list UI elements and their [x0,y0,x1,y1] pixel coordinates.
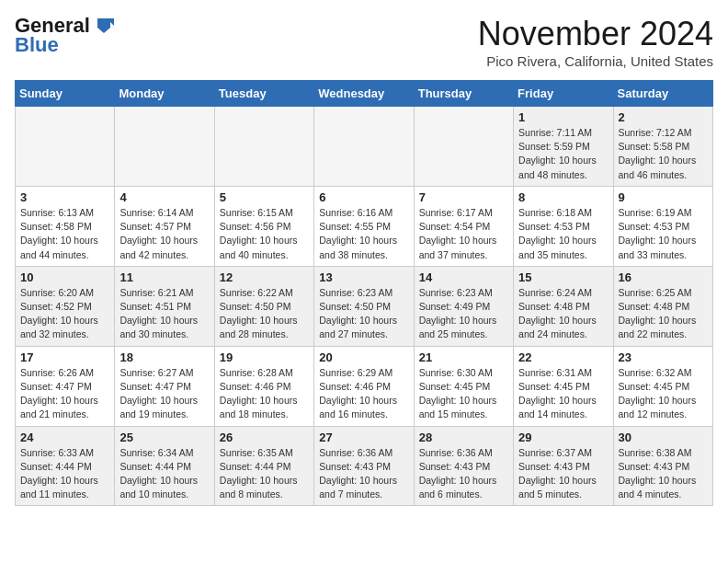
weekday-header-thursday: Thursday [414,81,513,107]
day-number: 27 [319,431,408,444]
day-number: 14 [419,270,508,284]
day-info: Sunrise: 6:15 AM Sunset: 4:56 PM Dayligh… [220,206,309,262]
day-number: 18 [119,350,209,364]
day-number: 23 [619,350,708,364]
calendar-cell: 29Sunrise: 6:37 AM Sunset: 4:43 PM Dayli… [514,426,613,506]
day-number: 16 [619,270,708,284]
weekday-header-sunday: Sunday [16,81,115,107]
day-number: 3 [20,190,109,204]
calendar-cell: 16Sunrise: 6:25 AM Sunset: 4:48 PM Dayli… [613,266,712,346]
weekday-header-saturday: Saturday [613,81,712,107]
calendar-week-row: 10Sunrise: 6:20 AM Sunset: 4:52 PM Dayli… [16,266,713,346]
day-info: Sunrise: 6:19 AM Sunset: 4:53 PM Dayligh… [619,206,708,262]
calendar-week-row: 3Sunrise: 6:13 AM Sunset: 4:58 PM Daylig… [16,186,713,266]
calendar-cell: 28Sunrise: 6:36 AM Sunset: 4:43 PM Dayli… [414,426,513,506]
day-info: Sunrise: 6:34 AM Sunset: 4:44 PM Dayligh… [119,446,209,502]
title-area: November 2024 Pico Rivera, California, U… [478,15,713,69]
day-info: Sunrise: 6:27 AM Sunset: 4:47 PM Dayligh… [119,366,209,422]
day-info: Sunrise: 6:18 AM Sunset: 4:53 PM Dayligh… [518,206,608,262]
day-info: Sunrise: 6:14 AM Sunset: 4:57 PM Dayligh… [119,206,209,262]
day-number: 20 [319,350,408,364]
calendar-cell: 17Sunrise: 6:26 AM Sunset: 4:47 PM Dayli… [16,346,115,426]
calendar-cell: 5Sunrise: 6:15 AM Sunset: 4:56 PM Daylig… [214,186,313,266]
day-number: 24 [20,431,109,444]
calendar-cell: 13Sunrise: 6:23 AM Sunset: 4:50 PM Dayli… [314,266,414,346]
calendar-cell: 18Sunrise: 6:27 AM Sunset: 4:47 PM Dayli… [115,346,214,426]
calendar-cell: 23Sunrise: 6:32 AM Sunset: 4:45 PM Dayli… [613,346,712,426]
calendar-week-row: 1Sunrise: 7:11 AM Sunset: 5:59 PM Daylig… [16,107,713,187]
calendar-cell: 6Sunrise: 6:16 AM Sunset: 4:55 PM Daylig… [314,186,414,266]
day-number: 28 [419,431,508,444]
day-info: Sunrise: 6:23 AM Sunset: 4:50 PM Dayligh… [319,286,408,342]
day-info: Sunrise: 6:17 AM Sunset: 4:54 PM Dayligh… [419,206,508,262]
weekday-header-wednesday: Wednesday [314,81,414,107]
day-info: Sunrise: 6:29 AM Sunset: 4:46 PM Dayligh… [319,366,408,422]
day-number: 22 [518,350,608,364]
day-number: 17 [20,350,109,364]
header: General Blue November 2024 Pico Rivera, … [15,15,713,69]
calendar-cell: 19Sunrise: 6:28 AM Sunset: 4:46 PM Dayli… [214,346,313,426]
calendar-cell: 22Sunrise: 6:31 AM Sunset: 4:45 PM Dayli… [514,346,613,426]
calendar-cell: 21Sunrise: 6:30 AM Sunset: 4:45 PM Dayli… [414,346,513,426]
day-info: Sunrise: 6:24 AM Sunset: 4:48 PM Dayligh… [518,286,608,342]
calendar-cell: 9Sunrise: 6:19 AM Sunset: 4:53 PM Daylig… [613,186,712,266]
weekday-header-monday: Monday [115,81,214,107]
calendar-cell: 1Sunrise: 7:11 AM Sunset: 5:59 PM Daylig… [514,107,613,187]
day-info: Sunrise: 6:22 AM Sunset: 4:50 PM Dayligh… [220,286,309,342]
calendar-cell: 24Sunrise: 6:33 AM Sunset: 4:44 PM Dayli… [16,426,115,506]
calendar-cell [16,107,115,187]
day-number: 6 [319,190,408,204]
calendar-cell: 25Sunrise: 6:34 AM Sunset: 4:44 PM Dayli… [115,426,214,506]
day-info: Sunrise: 6:32 AM Sunset: 4:45 PM Dayligh… [619,366,708,422]
calendar-cell: 14Sunrise: 6:23 AM Sunset: 4:49 PM Dayli… [414,266,513,346]
day-number: 30 [619,431,708,444]
day-info: Sunrise: 6:21 AM Sunset: 4:51 PM Dayligh… [119,286,209,342]
location: Pico Rivera, California, United States [478,53,713,69]
calendar-cell [314,107,414,187]
calendar-cell: 20Sunrise: 6:29 AM Sunset: 4:46 PM Dayli… [314,346,414,426]
day-info: Sunrise: 6:20 AM Sunset: 4:52 PM Dayligh… [20,286,109,342]
calendar-header-row: SundayMondayTuesdayWednesdayThursdayFrid… [16,81,713,107]
day-info: Sunrise: 6:36 AM Sunset: 4:43 PM Dayligh… [419,446,508,502]
logo-blue: Blue [15,33,59,57]
weekday-header-tuesday: Tuesday [214,81,313,107]
day-number: 13 [319,270,408,284]
day-info: Sunrise: 6:35 AM Sunset: 4:44 PM Dayligh… [220,446,309,502]
calendar-cell: 2Sunrise: 7:12 AM Sunset: 5:58 PM Daylig… [613,107,712,187]
day-number: 9 [619,190,708,204]
day-info: Sunrise: 6:30 AM Sunset: 4:45 PM Dayligh… [419,366,508,422]
day-info: Sunrise: 6:36 AM Sunset: 4:43 PM Dayligh… [319,446,408,502]
day-info: Sunrise: 7:11 AM Sunset: 5:59 PM Dayligh… [518,126,608,182]
month-title: November 2024 [478,15,713,53]
calendar-cell: 3Sunrise: 6:13 AM Sunset: 4:58 PM Daylig… [16,186,115,266]
calendar-cell: 27Sunrise: 6:36 AM Sunset: 4:43 PM Dayli… [314,426,414,506]
logo: General Blue [15,15,114,57]
day-info: Sunrise: 6:33 AM Sunset: 4:44 PM Dayligh… [20,446,109,502]
weekday-header-friday: Friday [514,81,613,107]
calendar-cell: 11Sunrise: 6:21 AM Sunset: 4:51 PM Dayli… [115,266,214,346]
calendar-cell [115,107,214,187]
calendar-cell [414,107,513,187]
day-info: Sunrise: 6:13 AM Sunset: 4:58 PM Dayligh… [20,206,109,262]
day-number: 10 [20,270,109,284]
day-number: 21 [419,350,508,364]
calendar-week-row: 24Sunrise: 6:33 AM Sunset: 4:44 PM Dayli… [16,426,713,506]
day-number: 2 [619,110,708,124]
day-info: Sunrise: 6:23 AM Sunset: 4:49 PM Dayligh… [419,286,508,342]
calendar-table: SundayMondayTuesdayWednesdayThursdayFrid… [15,80,713,506]
day-info: Sunrise: 6:26 AM Sunset: 4:47 PM Dayligh… [20,366,109,422]
day-number: 7 [419,190,508,204]
day-info: Sunrise: 6:31 AM Sunset: 4:45 PM Dayligh… [518,366,608,422]
day-number: 26 [220,431,309,444]
calendar-body: 1Sunrise: 7:11 AM Sunset: 5:59 PM Daylig… [16,107,713,506]
day-info: Sunrise: 6:38 AM Sunset: 4:43 PM Dayligh… [619,446,708,502]
logo-icon [94,15,114,35]
day-number: 15 [518,270,608,284]
day-number: 5 [220,190,309,204]
day-number: 29 [518,431,608,444]
day-number: 1 [518,110,608,124]
day-info: Sunrise: 6:37 AM Sunset: 4:43 PM Dayligh… [518,446,608,502]
day-number: 8 [518,190,608,204]
day-info: Sunrise: 7:12 AM Sunset: 5:58 PM Dayligh… [619,126,708,182]
day-number: 19 [220,350,309,364]
